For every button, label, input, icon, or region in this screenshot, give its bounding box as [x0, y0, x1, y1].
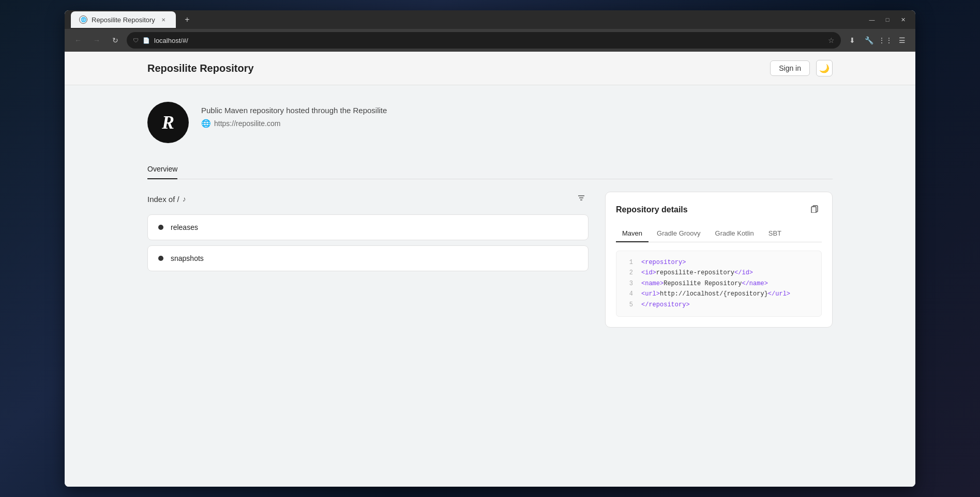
window-controls: — □ ✕ [866, 13, 909, 26]
code-line-3: 3 <name>Reposilite Repository</name> [625, 278, 813, 289]
code-line-2: 2 <id>reposilite-repository</id> [625, 268, 813, 278]
nav-actions: ⬇ 🔧 ⋮⋮ ☰ [845, 33, 909, 48]
tab-overview[interactable]: Overview [147, 160, 177, 179]
svg-rect-4 [811, 207, 816, 213]
back-button[interactable]: ← [71, 33, 85, 48]
code-block: 1 <repository> 2 <id>reposilite-reposito… [616, 251, 822, 317]
page-tabs: Overview [147, 160, 833, 179]
repo-profile: R Public Maven repository hosted through… [147, 102, 833, 143]
repo-description: Public Maven repository hosted through t… [201, 106, 387, 115]
code-line-5: 5 </repository> [625, 300, 813, 310]
menu-button[interactable]: ☰ [895, 33, 909, 48]
app-title: Reposilite Repository [147, 63, 254, 74]
tab-favicon-icon: 🌐 [79, 15, 87, 24]
new-tab-button[interactable]: + [180, 12, 194, 27]
dark-mode-button[interactable]: 🌙 [816, 60, 833, 76]
code-line-1: 1 <repository> [625, 257, 813, 268]
extensions-button[interactable]: ⋮⋮ [878, 33, 893, 48]
title-bar: 🌐 Reposilite Repository ✕ + — □ ✕ [65, 10, 915, 29]
code-content: <url>http://localhost/{repository}</url> [641, 289, 790, 299]
main-area: R Public Maven repository hosted through… [65, 85, 915, 487]
line-number: 5 [625, 300, 633, 310]
star-icon[interactable]: ☆ [828, 36, 835, 44]
repo-details-panel: Repository details Maven [605, 192, 833, 328]
refresh-button[interactable]: ↻ [108, 33, 123, 48]
index-panel: Index of / ♪ [147, 192, 589, 276]
filter-icon [577, 194, 585, 204]
close-button[interactable]: ✕ [897, 13, 909, 26]
shield-icon: 🛡 [133, 37, 139, 43]
code-content: <id>reposilite-repository</id> [641, 268, 753, 278]
download-button[interactable]: ⬇ [845, 33, 860, 48]
minimize-button[interactable]: — [866, 13, 878, 26]
header-actions: Sign in 🌙 [770, 60, 833, 76]
line-number: 2 [625, 268, 633, 278]
content-grid: Index of / ♪ [147, 192, 833, 328]
forward-button[interactable]: → [89, 33, 104, 48]
tab-title: Reposilite Repository [92, 16, 155, 24]
details-tabs: Maven Gradle Groovy Gradle Kotlin SBT [616, 225, 822, 242]
globe-icon: 🌐 [201, 119, 211, 128]
nav-bar: ← → ↻ 🛡 📄 localhost/#/ ☆ ⬇ 🔧 ⋮⋮ ☰ [65, 29, 915, 52]
repo-details-header: Repository details [616, 203, 822, 217]
repo-url-text: https://reposilite.com [214, 119, 280, 128]
avatar-letter: R [162, 112, 174, 133]
repo-info: Public Maven repository hosted through t… [201, 102, 387, 128]
item-dot-icon [158, 225, 163, 230]
repo-url-link[interactable]: 🌐 https://reposilite.com [201, 119, 387, 128]
index-item-snapshots[interactable]: snapshots [147, 245, 589, 271]
page-content: Reposilite Repository Sign in 🌙 R Public… [65, 52, 915, 487]
browser-tab[interactable]: 🌐 Reposilite Repository ✕ [71, 11, 176, 28]
item-name-releases: releases [171, 223, 198, 231]
code-content: <name>Reposilite Repository</name> [641, 278, 768, 289]
index-title: Index of / ♪ [147, 195, 186, 204]
repo-avatar: R [147, 102, 189, 143]
code-content: </repository> [641, 300, 690, 310]
item-dot-icon [158, 256, 163, 261]
sign-in-button[interactable]: Sign in [770, 60, 810, 76]
line-number: 4 [625, 289, 633, 299]
tools-button[interactable]: 🔧 [862, 33, 876, 48]
filter-button[interactable] [574, 192, 589, 206]
app-header: Reposilite Repository Sign in 🌙 [65, 52, 915, 85]
browser-window: 🌐 Reposilite Repository ✕ + — □ ✕ ← → ↻ … [65, 10, 915, 487]
index-item-releases[interactable]: releases [147, 214, 589, 240]
tab-sbt[interactable]: SBT [762, 225, 788, 242]
moon-icon: 🌙 [819, 64, 830, 73]
maximize-button[interactable]: □ [881, 13, 894, 26]
tab-gradle-kotlin[interactable]: Gradle Kotlin [709, 225, 760, 242]
code-content: <repository> [641, 257, 686, 268]
code-line-4: 4 <url>http://localhost/{repository}</ur… [625, 289, 813, 299]
copy-button[interactable] [807, 203, 822, 217]
line-number: 1 [625, 257, 633, 268]
music-note-icon: ♪ [183, 195, 186, 203]
page-icon: 📄 [143, 37, 150, 44]
address-bar[interactable]: 🛡 📄 localhost/#/ ☆ [127, 32, 841, 49]
index-header: Index of / ♪ [147, 192, 589, 206]
address-text: localhost/#/ [154, 37, 188, 44]
line-number: 3 [625, 278, 633, 289]
item-name-snapshots: snapshots [171, 254, 204, 262]
repo-details-title: Repository details [616, 205, 688, 214]
tab-gradle-groovy[interactable]: Gradle Groovy [651, 225, 707, 242]
clipboard-icon [810, 205, 819, 215]
tab-close-button[interactable]: ✕ [159, 15, 168, 24]
tab-maven[interactable]: Maven [616, 225, 649, 242]
